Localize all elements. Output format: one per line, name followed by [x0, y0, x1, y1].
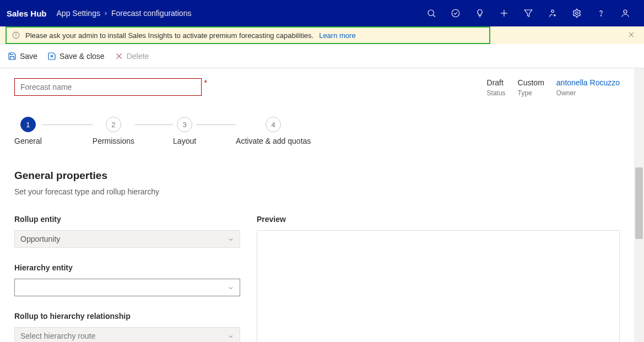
section-title: General properties	[14, 170, 620, 182]
notification-bar: Please ask your admin to install Sales I…	[0, 26, 644, 44]
rollup-entity-value: Opportunity	[20, 235, 60, 243]
close-icon[interactable]	[627, 31, 636, 40]
step-layout[interactable]: 3 Layout	[173, 117, 196, 145]
chevron-right-icon: ›	[105, 9, 107, 17]
save-icon	[8, 52, 17, 61]
delete-button: Delete	[115, 52, 149, 61]
app-brand: Sales Hub	[7, 9, 47, 18]
svg-point-9	[576, 12, 578, 15]
svg-line-1	[433, 15, 435, 17]
hierarchy-entity-select[interactable]	[14, 279, 240, 296]
owner-label: Owner	[556, 89, 620, 97]
step-general[interactable]: 1 General	[14, 117, 42, 145]
svg-point-0	[428, 10, 434, 16]
rollup-entity-select: Opportunity	[14, 230, 240, 248]
step-number: 1	[20, 117, 36, 132]
hierarchy-entity-label: Hierarchy entity	[14, 263, 240, 272]
delete-icon	[115, 52, 123, 61]
scrollbar[interactable]	[634, 68, 644, 342]
notification-text: Please ask your admin to install Sales I…	[25, 31, 313, 40]
breadcrumb: App Settings › Forecast configurations	[57, 9, 192, 18]
type-label: Type	[518, 89, 544, 97]
chevron-down-icon	[228, 284, 234, 293]
chevron-down-icon	[228, 333, 234, 341]
rollup-relationship-select: Select hierarchy route	[14, 327, 240, 342]
search-icon[interactable]	[419, 0, 443, 26]
step-permissions[interactable]: 2 Permissions	[93, 117, 134, 145]
lightbulb-icon[interactable]	[468, 0, 492, 26]
breadcrumb-item-2[interactable]: Forecast configurations	[111, 9, 192, 18]
step-number: 3	[177, 117, 192, 132]
svg-point-14	[16, 34, 17, 34]
wizard-stepper: 1 General 2 Permissions 3 Layout 4 Activ…	[14, 117, 620, 145]
assist-icon[interactable]	[540, 0, 565, 26]
preview-label: Preview	[257, 215, 620, 224]
save-label: Save	[20, 52, 37, 61]
required-icon: *	[204, 78, 207, 87]
delete-label: Delete	[127, 52, 149, 61]
save-close-label: Save & close	[59, 52, 105, 61]
notification: Please ask your admin to install Sales I…	[6, 26, 490, 44]
rollup-entity-label: Rollup entity	[14, 215, 240, 224]
command-bar: Save Save & close Delete	[0, 44, 644, 68]
section-subtitle: Set your forecast type and rollup hierar…	[14, 187, 620, 196]
learn-more-link[interactable]: Learn more	[319, 31, 355, 40]
save-close-icon	[47, 52, 56, 61]
step-label: Activate & add quotas	[236, 137, 311, 145]
user-icon[interactable]	[613, 0, 637, 26]
status-value: Draft	[487, 78, 506, 87]
step-number: 2	[106, 117, 121, 132]
svg-point-6	[551, 10, 554, 13]
step-label: Permissions	[93, 137, 134, 145]
info-icon	[12, 31, 20, 39]
breadcrumb-item-1[interactable]: App Settings	[57, 9, 100, 18]
save-close-button[interactable]: Save & close	[47, 52, 105, 61]
step-label: General	[14, 137, 42, 145]
preview-panel: A preview shows here once the top of the…	[257, 230, 620, 342]
status-label: Status	[487, 89, 506, 97]
record-meta: Draft Status Custom Type antonella Rocuz…	[487, 78, 620, 97]
svg-marker-5	[524, 10, 532, 17]
top-nav: Sales Hub App Settings › Forecast config…	[0, 0, 644, 26]
chevron-down-icon	[228, 236, 234, 245]
step-number: 4	[266, 117, 281, 132]
filter-icon[interactable]	[516, 0, 540, 26]
owner-value[interactable]: antonella Rocuzzo	[556, 78, 620, 87]
svg-point-11	[624, 10, 627, 13]
task-icon[interactable]	[443, 0, 468, 26]
step-label: Layout	[173, 137, 196, 145]
add-icon[interactable]	[492, 0, 516, 26]
settings-icon[interactable]	[565, 0, 589, 26]
content-area: * Draft Status Custom Type antonella Roc…	[0, 68, 644, 342]
rollup-relationship-label: Rollup to hierarchy relationship	[14, 312, 240, 321]
svg-point-2	[452, 9, 459, 17]
save-button[interactable]: Save	[8, 52, 37, 61]
type-value: Custom	[518, 78, 544, 87]
step-activate[interactable]: 4 Activate & add quotas	[236, 117, 311, 145]
scroll-thumb[interactable]	[635, 167, 643, 239]
help-icon[interactable]	[589, 0, 613, 26]
forecast-name-input[interactable]	[14, 78, 202, 96]
svg-point-10	[600, 15, 601, 16]
rollup-relationship-placeholder: Select hierarchy route	[20, 332, 95, 340]
